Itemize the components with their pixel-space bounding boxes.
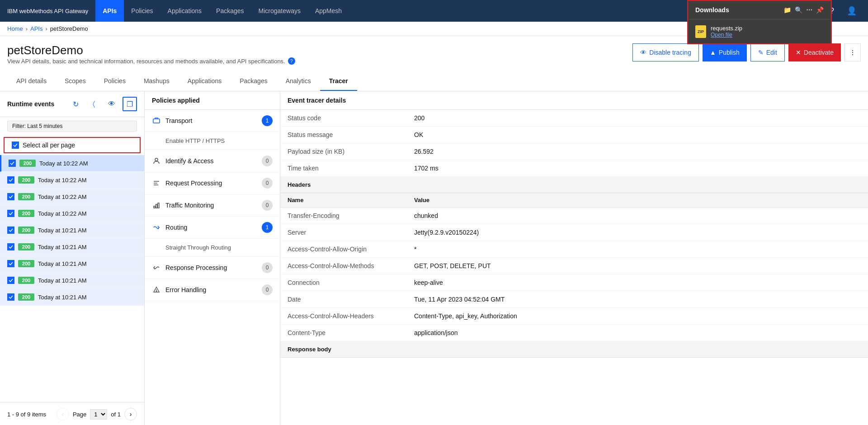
header-row-access-control-methods: Access-Control-Allow-Methods GET, POST, … — [280, 258, 868, 274]
breadcrumb-apis[interactable]: APIs — [30, 25, 42, 32]
view-button[interactable]: 👁 — [104, 97, 119, 111]
status-message-label: Status message — [280, 127, 407, 143]
time-taken-label: Time taken — [280, 160, 407, 177]
policy-response-count: 0 — [262, 262, 273, 273]
prev-page-button[interactable]: ‹ — [57, 408, 69, 420]
event-status-8: 200 — [18, 277, 34, 284]
event-checkbox-8[interactable] — [7, 277, 14, 284]
event-item-3[interactable]: 200 Today at 10:22 AM — [0, 189, 144, 205]
event-checkbox-7[interactable] — [7, 260, 14, 267]
nav-item-appmesh[interactable]: AppMesh — [308, 0, 349, 22]
event-status-3: 200 — [18, 193, 34, 200]
disable-tracing-button[interactable]: 👁 Disable tracing — [632, 43, 699, 61]
event-item-4[interactable]: 200 Today at 10:22 AM — [0, 205, 144, 222]
event-checkbox-2[interactable] — [7, 176, 14, 184]
policy-error-label: Error Handling — [165, 286, 257, 293]
response-body-label: Response body — [280, 341, 868, 358]
policy-error[interactable]: Error Handling 0 — [145, 279, 280, 301]
search-icon[interactable]: 🔍 — [795, 6, 802, 14]
svg-point-6 — [156, 291, 156, 292]
event-checkbox-4[interactable] — [7, 210, 14, 217]
tab-analytics[interactable]: Analytics — [277, 72, 320, 91]
nav-item-applications[interactable]: Applications — [160, 0, 209, 22]
header-row-connection: Connection keep-alive — [280, 274, 868, 291]
breadcrumb-home[interactable]: Home — [7, 25, 23, 32]
select-all-checkbox[interactable] — [12, 142, 19, 149]
header-name-transfer-encoding: Transfer-Encoding — [280, 208, 407, 224]
tab-api-details[interactable]: API details — [7, 72, 56, 91]
status-message-value: OK — [407, 127, 868, 143]
event-status-2: 200 — [18, 176, 34, 184]
event-checkbox-6[interactable] — [7, 243, 14, 250]
headers-table: Name Value Transfer-Encoding chunked Ser… — [280, 193, 868, 341]
event-time-3: Today at 10:22 AM — [38, 194, 87, 200]
deactivate-label: Deactivate — [804, 49, 834, 56]
event-item-7[interactable]: 200 Today at 10:21 AM — [0, 255, 144, 272]
event-item-5[interactable]: 200 Today at 10:21 AM — [0, 222, 144, 239]
policy-routing[interactable]: Routing 1 — [145, 217, 280, 239]
help-icon[interactable]: ? — [288, 57, 295, 65]
nav-item-apis[interactable]: APIs — [95, 0, 124, 22]
next-page-button[interactable]: › — [124, 408, 137, 420]
close-circle-icon: ✕ — [796, 49, 801, 56]
policy-response[interactable]: Response Processing 0 — [145, 257, 280, 279]
header-name-date: Date — [280, 291, 407, 308]
transport-icon — [152, 116, 161, 125]
nav-item-microgateways[interactable]: Microgateways — [251, 0, 308, 22]
refresh-button[interactable]: ↻ — [68, 97, 83, 111]
select-all-label: Select all per page — [23, 142, 75, 149]
breadcrumb-sep-1: › — [26, 25, 28, 32]
edit-button[interactable]: ✎ Edit — [750, 43, 785, 61]
right-panel: Event tracer details Status code 200 Sta… — [280, 91, 868, 425]
open-file-link[interactable]: Open file — [711, 32, 742, 38]
export-button[interactable]: ❐ — [123, 97, 137, 111]
payload-size-value: 26.592 — [407, 143, 868, 160]
policy-traffic[interactable]: Traffic Monitoring 0 — [145, 194, 280, 217]
pin-icon[interactable]: 📌 — [816, 6, 824, 14]
event-checkbox-3[interactable] — [7, 193, 14, 200]
check-icon — [9, 295, 13, 299]
tab-applications[interactable]: Applications — [179, 72, 231, 91]
event-checkbox-9[interactable] — [7, 293, 14, 301]
more-icon[interactable]: ⋯ — [806, 6, 812, 14]
downloads-popup-item: ZIP requests.zip Open file — [688, 19, 831, 43]
deactivate-button[interactable]: ✕ Deactivate — [788, 43, 841, 61]
header-name-content-type: Content-Type — [280, 325, 407, 341]
check-icon — [9, 228, 13, 232]
main-content: Runtime events ↻ 〈 👁 ❐ Filter: Last 5 mi… — [0, 91, 868, 425]
svg-rect-2 — [154, 206, 155, 208]
check-icon — [9, 261, 13, 266]
policy-error-count: 0 — [262, 284, 273, 295]
tab-mashups[interactable]: Mashups — [135, 72, 179, 91]
left-panel-header: Runtime events ↻ 〈 👁 ❐ — [0, 91, 144, 117]
event-item-1[interactable]: 200 Today at 10:22 AM — [0, 155, 144, 172]
event-checkbox-1[interactable] — [9, 160, 16, 167]
filter-button[interactable]: 〈 — [86, 97, 101, 111]
page-select[interactable]: 1 — [90, 409, 107, 420]
tab-policies[interactable]: Policies — [95, 72, 135, 91]
pencil-icon: ✎ — [758, 49, 764, 56]
event-checkbox-5[interactable] — [7, 227, 14, 234]
event-item-6[interactable]: 200 Today at 10:21 AM — [0, 239, 144, 255]
check-icon — [9, 178, 13, 182]
overflow-button[interactable]: ⋮ — [844, 43, 861, 61]
event-item-8[interactable]: 200 Today at 10:21 AM — [0, 272, 144, 289]
tab-tracer[interactable]: Tracer — [320, 72, 357, 91]
nav-item-packages[interactable]: Packages — [209, 0, 251, 22]
policy-request[interactable]: Request Processing 0 — [145, 172, 280, 194]
folder-icon[interactable]: 📁 — [783, 6, 791, 14]
event-status-1: 200 — [19, 160, 36, 167]
tab-scopes[interactable]: Scopes — [56, 72, 95, 91]
policy-identify[interactable]: Identify & Access 0 — [145, 150, 280, 172]
policy-identify-count: 0 — [262, 156, 273, 166]
nav-item-policies[interactable]: Policies — [124, 0, 160, 22]
user-nav-icon[interactable]: 👤 — [843, 0, 861, 22]
policy-traffic-count: 0 — [262, 200, 273, 211]
event-item-9[interactable]: 200 Today at 10:21 AM — [0, 289, 144, 306]
select-all-row[interactable]: Select all per page — [4, 137, 141, 153]
policy-transport[interactable]: Transport 1 — [145, 110, 280, 132]
tab-packages[interactable]: Packages — [231, 72, 276, 91]
publish-button[interactable]: ▲ Publish — [703, 43, 747, 61]
detail-table: Status code 200 Status message OK Payloa… — [280, 110, 868, 177]
event-item-2[interactable]: 200 Today at 10:22 AM — [0, 172, 144, 189]
